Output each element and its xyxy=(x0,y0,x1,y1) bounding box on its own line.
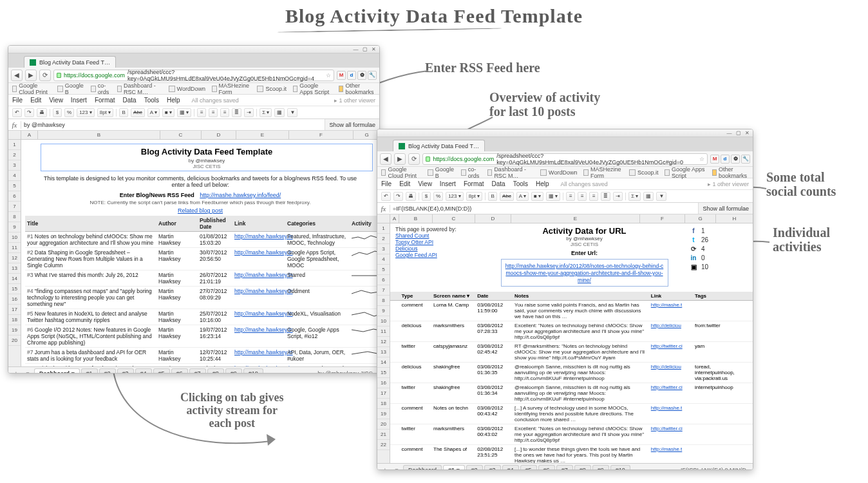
tbtn[interactable]: Σ ▾ xyxy=(259,108,272,117)
tbtn[interactable]: ▦ ▾ xyxy=(177,108,191,117)
activity-link[interactable]: http://twitter.ci xyxy=(651,343,683,349)
table-row[interactable]: deliciousshakingfree03/08/2012 01:36:35 … xyxy=(390,363,753,383)
tbtn[interactable]: ▦ xyxy=(643,192,654,201)
th-cats[interactable]: Categories xyxy=(285,216,350,232)
bookmark-item[interactable]: Google B xyxy=(57,82,84,95)
sheet-tab[interactable]: #4 xyxy=(135,368,152,374)
sheet-tab[interactable]: #8 xyxy=(207,368,224,374)
tbtn[interactable]: ▼ xyxy=(287,108,297,117)
all-sheets-button[interactable]: ≡ xyxy=(23,368,33,374)
powered-link[interactable]: Topsy Otter API xyxy=(395,239,479,245)
tbtn[interactable]: ▦ ▾ xyxy=(546,192,560,201)
menu-file[interactable]: File xyxy=(12,97,23,104)
other-bookmarks[interactable]: Other bookmarks xyxy=(339,82,375,95)
forward-button[interactable]: ▶ xyxy=(25,70,37,81)
post-link[interactable]: http://mashe.hawksey.in xyxy=(234,310,293,317)
ext-icon-3[interactable]: ⚙ xyxy=(357,71,366,80)
table-row[interactable]: #3 What I've starred this month: July 26… xyxy=(25,270,378,287)
powered-link[interactable]: Google Feed API xyxy=(395,252,479,258)
bookmark-item[interactable]: co-ords xyxy=(461,166,481,179)
tbtn[interactable]: ≡ xyxy=(220,108,229,117)
sheet-body[interactable]: 1234567891011121314151617181920 Blog Act… xyxy=(8,140,379,366)
window-controls[interactable]: — ▢ ✕ xyxy=(725,129,753,137)
table-row[interactable]: twittermarksmithers03/08/2012 00:43:02 E… xyxy=(390,424,753,445)
bookmark-item[interactable]: WordDown xyxy=(169,86,205,92)
bookmark-star-icon[interactable]: ☆ xyxy=(326,72,331,79)
browser-tab[interactable]: Blog Activity Data Feed T… xyxy=(393,140,485,151)
sheet-tab[interactable]: #7 xyxy=(556,465,573,470)
tbtn[interactable]: ↷ xyxy=(24,108,34,117)
menu-file[interactable]: File xyxy=(381,180,392,187)
table-row[interactable]: #4 "finding compasses not maps" and "app… xyxy=(25,287,378,309)
feed-url-link[interactable]: http://mashe.hawksey.info/feed/ xyxy=(200,192,281,198)
tbtn[interactable]: Abc xyxy=(500,192,514,201)
sheet-tab[interactable]: Dashboard ▾ xyxy=(34,368,80,374)
bookmark-item[interactable]: MASHezine Form xyxy=(583,166,623,179)
bookmark-item[interactable]: MASHezine Form xyxy=(212,82,251,95)
bookmark-item[interactable]: Google Apps Script xyxy=(665,166,705,179)
menu-format[interactable]: Format xyxy=(95,97,115,104)
sheet-tab[interactable]: #3 xyxy=(117,368,134,374)
sheet-tab[interactable]: #2 xyxy=(466,465,483,470)
sheet-tab[interactable]: #9 xyxy=(225,368,242,374)
tbtn[interactable]: 123 ▾ xyxy=(446,192,464,201)
th-name[interactable]: Screen name ▾ xyxy=(431,292,475,301)
related-post-link[interactable]: Related blog post xyxy=(178,207,223,214)
bookmark-item[interactable]: Google Cloud Print xyxy=(12,82,51,95)
tbtn[interactable]: % xyxy=(433,192,443,201)
bookmark-item[interactable]: co-ords xyxy=(91,82,111,95)
sheet-tab[interactable]: #10 xyxy=(610,465,630,470)
post-link[interactable]: http://mashe.hawksey.in xyxy=(234,349,293,355)
tbtn[interactable]: $ xyxy=(422,192,431,201)
bookmark-item[interactable]: Google Cloud Print xyxy=(381,166,421,179)
formula-input[interactable]: =IF(ISBLANK(E4),0,MIN(D:D)) xyxy=(390,205,698,212)
activity-url[interactable]: http://mashe.hawksey.info/2012/08/notes-… xyxy=(505,263,664,283)
th-tags[interactable]: Tags xyxy=(693,292,753,301)
menu-insert[interactable]: Insert xyxy=(440,180,456,187)
tbtn[interactable]: ≡ xyxy=(578,192,587,201)
reload-button[interactable]: ⟳ xyxy=(408,153,420,165)
menu-tools[interactable]: Tools xyxy=(144,97,159,104)
bookmark-item[interactable]: Dashboard - RSC M… xyxy=(487,166,534,179)
table-row[interactable]: commentThe Shapes of02/08/2012 23:51:25 … xyxy=(390,445,753,464)
tbtn[interactable]: ▦ xyxy=(274,108,285,117)
th-date[interactable]: Date xyxy=(475,292,513,301)
tbtn[interactable]: ■ ▾ xyxy=(162,108,175,117)
bookmark-item[interactable]: Scoop.it xyxy=(629,169,659,176)
reload-button[interactable]: ⟳ xyxy=(39,70,51,81)
post-link[interactable]: http://mashe.hawksey.in xyxy=(234,327,293,333)
tbtn[interactable]: 123 ▾ xyxy=(77,108,95,117)
bookmark-item[interactable]: WordDown xyxy=(540,169,577,176)
tbtn[interactable]: ↶ xyxy=(12,108,22,117)
sheet-tab[interactable]: #3 xyxy=(484,465,501,470)
menu-edit[interactable]: Edit xyxy=(30,97,41,104)
other-bookmarks[interactable]: Other bookmarks xyxy=(712,166,749,179)
table-row[interactable]: #2 Data Shaping in Google Spreadsheet – … xyxy=(25,248,378,270)
table-row[interactable]: twittershakingfree03/08/2012 01:36:34 @r… xyxy=(390,383,753,404)
tbtn[interactable]: 8pt ▾ xyxy=(97,108,113,117)
tbtn[interactable]: B xyxy=(488,192,497,201)
forward-button[interactable]: ▶ xyxy=(394,153,406,165)
tbtn[interactable]: ⇥ xyxy=(613,192,623,201)
tbtn[interactable]: ⇥ xyxy=(244,108,254,117)
tbtn[interactable]: ≡ xyxy=(566,192,575,201)
post-link[interactable]: http://mashe.hawksey.in xyxy=(234,288,293,294)
window-controls[interactable]: — ▢ ✕ xyxy=(352,46,379,53)
powered-link[interactable]: Delicious xyxy=(395,245,479,252)
menu-insert[interactable]: Insert xyxy=(71,97,87,104)
tbtn[interactable]: ≡ xyxy=(589,192,598,201)
all-sheets-button[interactable]: ≡ xyxy=(392,465,402,471)
tbtn[interactable]: 🖶 xyxy=(37,108,47,117)
tbtn[interactable]: 8pt ▾ xyxy=(466,192,482,201)
tbtn[interactable]: ≣ xyxy=(601,192,610,201)
show-formulae-toggle[interactable]: Show all formulae xyxy=(698,203,753,214)
back-button[interactable]: ◀ xyxy=(11,70,23,81)
menu-tools[interactable]: Tools xyxy=(513,180,528,187)
ext-icon-1[interactable]: M xyxy=(710,155,719,164)
sheet-tab[interactable]: #6 xyxy=(171,368,188,374)
tbtn[interactable]: ■ ▾ xyxy=(531,192,543,201)
menu-data[interactable]: Data xyxy=(492,180,505,187)
tbtn[interactable]: A ▾ xyxy=(147,108,160,117)
table-row[interactable]: #5 New features in NodeXL to detect and … xyxy=(25,309,378,325)
menu-view[interactable]: View xyxy=(418,180,432,187)
